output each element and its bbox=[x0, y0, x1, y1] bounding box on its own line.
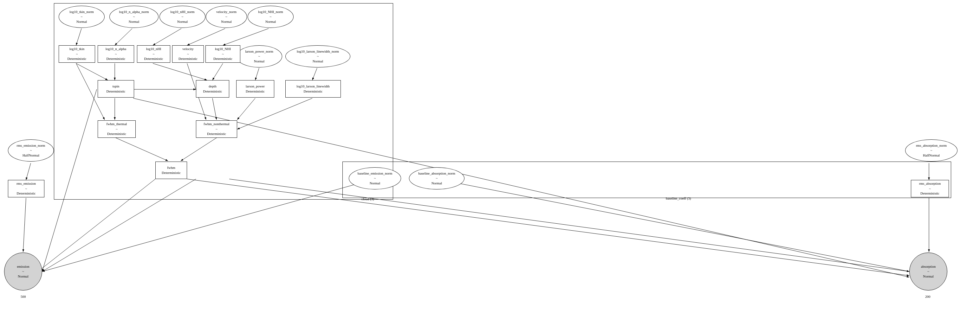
baseline-coeff-label: baseline_coeff (3) bbox=[666, 196, 691, 200]
larson-power-node: larson_power Deterministic bbox=[236, 80, 274, 98]
baseline-absorption-norm-node: baseline_absorption_norm ~ Normal bbox=[409, 167, 465, 189]
rms-absorption-node: rms_absorption ~ Deterministic bbox=[911, 180, 949, 197]
log10-n-alpha-node: log10_n_alpha ~ Deterministic bbox=[98, 45, 134, 63]
fwhm-node: fwhm Deterministic bbox=[155, 162, 187, 179]
fwhm-thermal-node: fwhm_thermal ~ Deterministic bbox=[98, 121, 136, 138]
log10-tkin-norm-node: log10_tkin_norm ~ Normal bbox=[59, 6, 105, 28]
absorption-node: absorption ~ Normal bbox=[909, 253, 947, 291]
fwhm-nonthermal-node: fwhm_nonthermal ~ Deterministic bbox=[196, 121, 237, 138]
log10-nHI-norm-node: log10_nHI_norm ~ Normal bbox=[159, 6, 205, 28]
depth-node: depth Deterministic bbox=[196, 80, 229, 98]
larson-power-norm-node: larson_power_norm ~ Normal bbox=[236, 45, 282, 67]
velocity-node: velocity ~ Deterministic bbox=[172, 45, 204, 63]
tspin-node: tspin Deterministic bbox=[98, 80, 134, 98]
svg-line-24 bbox=[26, 163, 31, 180]
velocity-norm-node: velocity_norm ~ Normal bbox=[206, 6, 247, 28]
log10-n-alpha-norm-node: log10_n_alpha_norm ~ Normal bbox=[110, 6, 159, 28]
log10-tkin-node: log10_tkin ~ Deterministic bbox=[59, 45, 95, 63]
log10-NHI-norm-node: log10_NHI_norm ~ Normal bbox=[248, 6, 294, 28]
baseline-emission-norm-node: baseline_emission_norm ~ Normal bbox=[349, 167, 401, 189]
log10-larson-linewidth-node: log10_larson_linewidth Deterministic bbox=[285, 80, 341, 98]
log10-nHI-node: log10_nHI ~ Deterministic bbox=[137, 45, 170, 63]
log10-NHI-node: log10_NHI ~ Deterministic bbox=[205, 45, 240, 63]
rms-absorption-norm-node: rms_absorption_norm ~ HalfNormal bbox=[905, 140, 958, 162]
svg-line-25 bbox=[23, 198, 26, 252]
rms-emission-norm-node: rms_emission_norm ~ HalfNormal bbox=[8, 140, 54, 162]
absorption-count: 200 bbox=[925, 295, 931, 299]
emission-count: 500 bbox=[21, 295, 26, 299]
diagram: cloud (3) baseline_coeff (3) bbox=[0, 0, 980, 313]
log10-larson-linewidth-norm-node: log10_larson_linewidth_norm ~ Normal bbox=[285, 45, 350, 67]
emission-node: emission ~ Normal bbox=[4, 253, 42, 291]
rms-emission-node: rms_emission ~ Deterministic bbox=[8, 180, 45, 197]
